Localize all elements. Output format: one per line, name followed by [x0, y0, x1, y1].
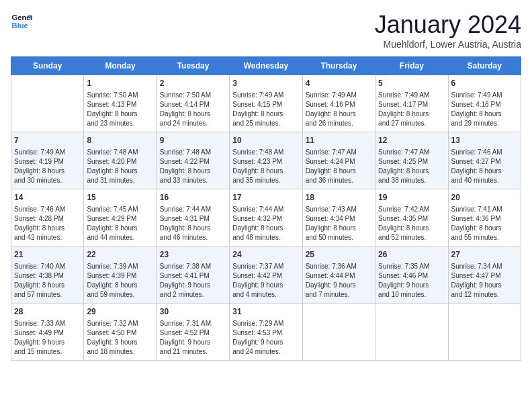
day-info: Sunrise: 7:49 AM Sunset: 4:15 PM Dayligh…: [232, 91, 299, 128]
calendar-cell: 14Sunrise: 7:46 AM Sunset: 4:28 PM Dayli…: [11, 189, 84, 246]
day-number: 3: [232, 78, 299, 89]
logo: General Blue: [11, 11, 32, 32]
calendar-week-row: 21Sunrise: 7:40 AM Sunset: 4:38 PM Dayli…: [11, 246, 521, 304]
day-info: Sunrise: 7:50 AM Sunset: 4:13 PM Dayligh…: [87, 91, 153, 128]
calendar-week-row: 7Sunrise: 7:49 AM Sunset: 4:19 PM Daylig…: [11, 132, 521, 189]
svg-text:General: General: [12, 13, 32, 21]
day-number: 2: [160, 78, 226, 89]
day-number: 27: [451, 249, 518, 261]
day-number: 6: [451, 78, 518, 89]
calendar-cell: [302, 304, 375, 361]
day-info: Sunrise: 7:49 AM Sunset: 4:19 PM Dayligh…: [14, 148, 81, 185]
calendar-cell: 26Sunrise: 7:35 AM Sunset: 4:46 PM Dayli…: [375, 246, 448, 304]
day-info: Sunrise: 7:46 AM Sunset: 4:27 PM Dayligh…: [451, 148, 518, 185]
day-info: Sunrise: 7:44 AM Sunset: 4:32 PM Dayligh…: [232, 205, 299, 242]
day-info: Sunrise: 7:29 AM Sunset: 4:53 PM Dayligh…: [232, 319, 299, 357]
title-block: January 2024 Muehldorf, Lower Austria, A…: [375, 11, 521, 50]
day-info: Sunrise: 7:46 AM Sunset: 4:28 PM Dayligh…: [14, 205, 81, 242]
day-info: Sunrise: 7:35 AM Sunset: 4:46 PM Dayligh…: [378, 262, 445, 300]
day-info: Sunrise: 7:43 AM Sunset: 4:34 PM Dayligh…: [306, 205, 372, 242]
calendar-cell: 25Sunrise: 7:36 AM Sunset: 4:44 PM Dayli…: [302, 246, 375, 304]
day-number: 19: [378, 192, 445, 203]
calendar-cell: 19Sunrise: 7:42 AM Sunset: 4:35 PM Dayli…: [375, 189, 448, 246]
day-number: 8: [87, 135, 153, 146]
day-info: Sunrise: 7:42 AM Sunset: 4:35 PM Dayligh…: [378, 205, 445, 242]
calendar-cell: 7Sunrise: 7:49 AM Sunset: 4:19 PM Daylig…: [11, 132, 84, 189]
calendar-cell: 12Sunrise: 7:47 AM Sunset: 4:25 PM Dayli…: [375, 132, 448, 189]
day-number: 20: [451, 192, 518, 203]
calendar-cell: 6Sunrise: 7:49 AM Sunset: 4:18 PM Daylig…: [448, 75, 521, 132]
day-info: Sunrise: 7:41 AM Sunset: 4:36 PM Dayligh…: [451, 205, 518, 242]
calendar-cell: 5Sunrise: 7:49 AM Sunset: 4:17 PM Daylig…: [375, 75, 448, 132]
logo-icon: General Blue: [11, 11, 32, 32]
day-of-week-header: Friday: [375, 57, 448, 75]
day-info: Sunrise: 7:36 AM Sunset: 4:44 PM Dayligh…: [306, 262, 372, 300]
day-number: 31: [232, 306, 299, 318]
day-info: Sunrise: 7:39 AM Sunset: 4:39 PM Dayligh…: [87, 262, 153, 300]
day-of-week-header: Monday: [84, 57, 157, 75]
calendar-cell: [11, 75, 84, 132]
calendar-title: January 2024: [375, 11, 521, 39]
day-number: 4: [306, 78, 372, 89]
day-number: 9: [160, 135, 226, 146]
day-info: Sunrise: 7:32 AM Sunset: 4:50 PM Dayligh…: [87, 319, 153, 357]
day-number: 18: [306, 192, 372, 203]
day-number: 11: [306, 135, 372, 146]
day-info: Sunrise: 7:38 AM Sunset: 4:41 PM Dayligh…: [160, 262, 226, 300]
calendar-cell: 1Sunrise: 7:50 AM Sunset: 4:13 PM Daylig…: [84, 75, 157, 132]
day-number: 26: [378, 249, 445, 261]
page-header: General Blue January 2024 Muehldorf, Low…: [11, 11, 521, 50]
day-info: Sunrise: 7:45 AM Sunset: 4:29 PM Dayligh…: [87, 205, 153, 242]
calendar-cell: 9Sunrise: 7:48 AM Sunset: 4:22 PM Daylig…: [157, 132, 229, 189]
day-info: Sunrise: 7:47 AM Sunset: 4:25 PM Dayligh…: [378, 148, 445, 185]
svg-text:Blue: Blue: [12, 21, 28, 30]
day-info: Sunrise: 7:33 AM Sunset: 4:49 PM Dayligh…: [14, 319, 81, 357]
calendar-cell: 27Sunrise: 7:34 AM Sunset: 4:47 PM Dayli…: [448, 246, 521, 304]
calendar-cell: 23Sunrise: 7:38 AM Sunset: 4:41 PM Dayli…: [157, 246, 229, 304]
calendar-cell: 31Sunrise: 7:29 AM Sunset: 4:53 PM Dayli…: [230, 304, 302, 361]
day-of-week-header: Sunday: [11, 57, 84, 75]
calendar-week-row: 28Sunrise: 7:33 AM Sunset: 4:49 PM Dayli…: [11, 304, 521, 361]
calendar-cell: 20Sunrise: 7:41 AM Sunset: 4:36 PM Dayli…: [448, 189, 521, 246]
day-number: 25: [306, 249, 372, 261]
calendar-cell: 28Sunrise: 7:33 AM Sunset: 4:49 PM Dayli…: [11, 304, 84, 361]
day-info: Sunrise: 7:48 AM Sunset: 4:20 PM Dayligh…: [87, 148, 153, 185]
day-info: Sunrise: 7:49 AM Sunset: 4:17 PM Dayligh…: [378, 91, 445, 128]
day-info: Sunrise: 7:50 AM Sunset: 4:14 PM Dayligh…: [160, 91, 226, 128]
day-number: 28: [14, 306, 81, 318]
day-number: 12: [378, 135, 445, 146]
day-number: 10: [232, 135, 299, 146]
day-number: 29: [87, 306, 153, 318]
calendar-cell: 16Sunrise: 7:44 AM Sunset: 4:31 PM Dayli…: [157, 189, 229, 246]
calendar-cell: 29Sunrise: 7:32 AM Sunset: 4:50 PM Dayli…: [84, 304, 157, 361]
day-number: 5: [378, 78, 445, 89]
day-info: Sunrise: 7:49 AM Sunset: 4:16 PM Dayligh…: [306, 91, 372, 128]
calendar-cell: 17Sunrise: 7:44 AM Sunset: 4:32 PM Dayli…: [230, 189, 302, 246]
day-info: Sunrise: 7:49 AM Sunset: 4:18 PM Dayligh…: [451, 91, 518, 128]
calendar-cell: [375, 304, 448, 361]
day-number: 30: [160, 306, 226, 318]
day-info: Sunrise: 7:34 AM Sunset: 4:47 PM Dayligh…: [451, 262, 518, 300]
day-number: 21: [14, 249, 81, 261]
day-info: Sunrise: 7:48 AM Sunset: 4:23 PM Dayligh…: [232, 148, 299, 185]
calendar-week-row: 1Sunrise: 7:50 AM Sunset: 4:13 PM Daylig…: [11, 75, 521, 132]
calendar-cell: 10Sunrise: 7:48 AM Sunset: 4:23 PM Dayli…: [230, 132, 302, 189]
day-number: 22: [87, 249, 153, 261]
day-info: Sunrise: 7:48 AM Sunset: 4:22 PM Dayligh…: [160, 148, 226, 185]
day-number: 24: [232, 249, 299, 261]
day-of-week-header: Saturday: [448, 57, 521, 75]
calendar-header-row: SundayMondayTuesdayWednesdayThursdayFrid…: [11, 57, 521, 75]
day-info: Sunrise: 7:37 AM Sunset: 4:42 PM Dayligh…: [232, 262, 299, 300]
calendar-subtitle: Muehldorf, Lower Austria, Austria: [375, 39, 521, 50]
day-number: 7: [14, 135, 81, 146]
calendar-table: SundayMondayTuesdayWednesdayThursdayFrid…: [11, 56, 521, 361]
calendar-cell: 24Sunrise: 7:37 AM Sunset: 4:42 PM Dayli…: [230, 246, 302, 304]
calendar-cell: 15Sunrise: 7:45 AM Sunset: 4:29 PM Dayli…: [84, 189, 157, 246]
calendar-cell: 22Sunrise: 7:39 AM Sunset: 4:39 PM Dayli…: [84, 246, 157, 304]
calendar-cell: 30Sunrise: 7:31 AM Sunset: 4:52 PM Dayli…: [157, 304, 229, 361]
day-info: Sunrise: 7:44 AM Sunset: 4:31 PM Dayligh…: [160, 205, 226, 242]
calendar-cell: 4Sunrise: 7:49 AM Sunset: 4:16 PM Daylig…: [302, 75, 375, 132]
calendar-cell: 21Sunrise: 7:40 AM Sunset: 4:38 PM Dayli…: [11, 246, 84, 304]
calendar-cell: 3Sunrise: 7:49 AM Sunset: 4:15 PM Daylig…: [230, 75, 302, 132]
calendar-cell: 8Sunrise: 7:48 AM Sunset: 4:20 PM Daylig…: [84, 132, 157, 189]
